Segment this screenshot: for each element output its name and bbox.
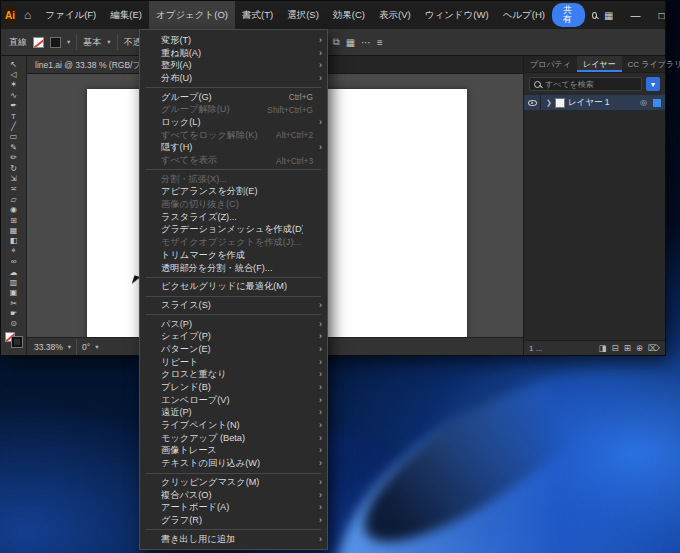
menu-item[interactable]: 書き出し用に追加› <box>140 533 327 546</box>
menu-item[interactable]: 隠す(H)› <box>140 142 327 155</box>
delete-layer-icon[interactable]: ⌦ <box>648 343 660 353</box>
layer-target-icon[interactable]: ◎ <box>640 98 647 107</box>
rotation-dropdown-icon[interactable]: ▾ <box>95 343 98 351</box>
menubar-item[interactable]: 選択(S) <box>280 1 326 29</box>
menu-item[interactable]: トリムマークを作成 <box>140 249 327 262</box>
expand-chevron-icon[interactable]: ❯ <box>544 99 552 107</box>
menu-item[interactable]: テキストの回り込み(W)› <box>140 457 327 470</box>
slice-tool[interactable]: ✂ <box>3 298 25 308</box>
free-transform-tool[interactable]: ▱ <box>3 194 25 204</box>
type-tool[interactable]: T <box>3 111 25 121</box>
visibility-toggle[interactable] <box>524 95 541 110</box>
share-button[interactable]: 共有 <box>552 3 585 27</box>
zoom-dropdown-icon[interactable]: ▾ <box>68 343 71 351</box>
menubar-item[interactable]: オブジェクト(O) <box>149 1 235 29</box>
gradient-tool[interactable]: ◧ <box>3 236 25 246</box>
menu-item[interactable]: シェイプ(P)› <box>140 330 327 343</box>
eyedropper-tool[interactable]: ⌖ <box>3 246 25 256</box>
rotation-value[interactable]: 0° <box>82 342 90 352</box>
locate-object-icon[interactable]: ◨ <box>599 343 607 353</box>
grid-snap-icon[interactable]: ▦ <box>346 37 355 48</box>
minimize-button[interactable]: — <box>622 1 648 29</box>
close-button[interactable]: × <box>674 1 680 29</box>
make-clip-mask-icon[interactable]: ⊟ <box>612 343 619 353</box>
menu-item[interactable]: ライブペイント(N)› <box>140 419 327 432</box>
graph-tool[interactable]: ▥ <box>3 277 25 287</box>
fill-none-swatch[interactable] <box>33 37 44 48</box>
menu-item[interactable]: パターン(E)› <box>140 343 327 356</box>
tab-properties[interactable]: プロパティ <box>524 56 577 72</box>
brush-dropdown-icon[interactable]: ▾ <box>107 38 110 46</box>
mesh-tool[interactable]: ▦ <box>3 225 25 235</box>
menu-item[interactable]: エンベロープ(V)› <box>140 394 327 407</box>
zoom-tool[interactable]: ⊙ <box>3 319 25 329</box>
layer-row[interactable]: ❯ レイヤー 1 ◎ <box>524 94 665 111</box>
width-tool[interactable]: ≍ <box>3 184 25 194</box>
shape-builder-tool[interactable]: ◉ <box>3 204 25 214</box>
menu-item[interactable]: ロック(L)› <box>140 116 327 129</box>
layer-name[interactable]: レイヤー 1 <box>568 97 637 109</box>
perspective-grid-tool[interactable]: ⊞ <box>3 215 25 225</box>
menu-item[interactable]: 複合パス(O)› <box>140 489 327 502</box>
menu-item[interactable]: スライス(S)› <box>140 299 327 312</box>
symbol-sprayer-tool[interactable]: ☁ <box>3 267 25 277</box>
tab-layers[interactable]: レイヤー <box>577 56 622 72</box>
scale-tool[interactable]: ⇲ <box>3 173 25 183</box>
menubar-item[interactable]: ファイル(F) <box>38 1 103 29</box>
menu-item[interactable]: グループ(G)Ctrl+G <box>140 91 327 104</box>
menubar-item[interactable]: 編集(E) <box>103 1 149 29</box>
menu-item[interactable]: ラスタライズ(Z)... <box>140 211 327 224</box>
menu-item[interactable]: アピアランスを分割(E) <box>140 186 327 199</box>
workspace-switcher-icon[interactable]: ▦ <box>604 10 613 21</box>
brush-preset-dropdown[interactable]: 基本 <box>83 36 101 49</box>
search-icon[interactable] <box>592 12 597 19</box>
menu-item[interactable]: ピクセルグリッドに最適化(M) <box>140 280 327 293</box>
tab-cc-libraries[interactable]: CC ライブラリ <box>622 56 680 72</box>
more-options-icon[interactable]: ⋯ <box>361 37 371 48</box>
panel-menu-icon[interactable]: ≡ <box>377 37 383 48</box>
menu-item[interactable]: 分布(U)› <box>140 72 327 85</box>
new-layer-icon[interactable]: ⊕ <box>636 343 643 353</box>
menu-item[interactable]: パス(P)› <box>140 318 327 331</box>
stroke-color-swatch[interactable] <box>12 337 22 347</box>
pencil-tool[interactable]: ✏ <box>3 153 25 163</box>
direct-selection-tool[interactable]: ◁ <box>3 69 25 79</box>
stroke-dropdown-icon[interactable]: ▾ <box>67 38 70 46</box>
rotate-tool[interactable]: ↻ <box>3 163 25 173</box>
lasso-tool[interactable]: ∿ <box>3 90 25 100</box>
menu-item[interactable]: リピート› <box>140 356 327 369</box>
menubar-item[interactable]: ウィンドウ(W) <box>418 1 496 29</box>
menu-item[interactable]: クロスと重なり› <box>140 369 327 382</box>
selection-tool[interactable]: ↖ <box>3 59 25 69</box>
menu-item[interactable]: グラデーションメッシュを作成(D)... <box>140 224 327 237</box>
fill-stroke-swatches[interactable] <box>5 332 22 347</box>
hand-tool[interactable]: ☛ <box>3 308 25 318</box>
menu-item[interactable]: クリッピングマスク(M)› <box>140 476 327 489</box>
menu-item[interactable]: グラフ(R)› <box>140 514 327 527</box>
line-segment-tool[interactable]: ╱ <box>3 121 25 131</box>
selection-color-chip[interactable] <box>653 99 661 107</box>
menu-item[interactable]: 画像トレース› <box>140 445 327 458</box>
magic-wand-tool[interactable]: ✶ <box>3 80 25 90</box>
menubar-item[interactable]: 書式(T) <box>235 1 280 29</box>
menu-item[interactable]: ブレンド(B)› <box>140 381 327 394</box>
menu-item[interactable]: 整列(A)› <box>140 59 327 72</box>
menubar-item[interactable]: 効果(C) <box>326 1 372 29</box>
pen-tool[interactable]: ✒ <box>3 101 25 111</box>
filter-icon[interactable]: ▼ <box>646 77 660 91</box>
menubar-item[interactable]: 表示(V) <box>372 1 418 29</box>
paintbrush-tool[interactable]: ✎ <box>3 142 25 152</box>
new-sublayer-icon[interactable]: ⊞ <box>624 343 631 353</box>
layers-search-input[interactable]: すべてを検索 <box>529 77 642 91</box>
menu-item[interactable]: モックアップ (Beta)› <box>140 432 327 445</box>
zoom-level[interactable]: 33.38% <box>34 342 63 352</box>
home-icon[interactable]: ⌂ <box>17 8 38 22</box>
menu-item[interactable]: 遠近(P)› <box>140 407 327 420</box>
rectangle-tool[interactable]: ▭ <box>3 132 25 142</box>
arrange-icon[interactable]: ⧉ <box>333 36 340 48</box>
menu-item[interactable]: 変形(T)› <box>140 34 327 47</box>
menu-item[interactable]: 重ね順(A)› <box>140 47 327 60</box>
maximize-button[interactable]: □ <box>648 1 674 29</box>
blend-tool[interactable]: ∞ <box>3 256 25 266</box>
menubar-item[interactable]: ヘルプ(H) <box>496 1 552 29</box>
